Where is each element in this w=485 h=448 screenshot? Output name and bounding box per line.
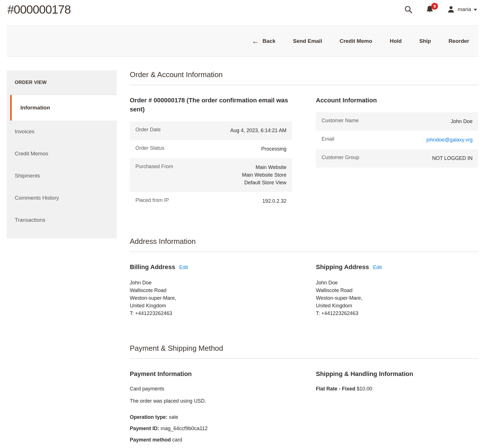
payment-method-name: Card payments (130, 386, 292, 392)
address-line: Walliscote Road (316, 287, 478, 294)
billing-address-edit-link[interactable]: Edit (179, 265, 188, 270)
payment-detail-value: mag_64ccf9b0ca112 (161, 426, 208, 431)
address-line: Weston-super-Mare, (130, 294, 292, 302)
customer-group-label: Customer Group (316, 149, 387, 168)
address-section: Address Information Billing AddressEdit … (130, 237, 478, 317)
payment-detail-value: sale (169, 414, 178, 420)
purchased-from-label: Purchased From (130, 158, 201, 192)
notification-badge: 9 (431, 3, 438, 10)
payment-operation-type: Operation type: sale (130, 414, 292, 420)
shipping-handling-title: Shipping & Handling Information (316, 369, 478, 379)
ship-button[interactable]: Ship (419, 38, 431, 44)
address-line: T: +441223262463 (130, 310, 292, 317)
back-button[interactable]: ← Back (252, 37, 275, 45)
reorder-button[interactable]: Reorder (448, 38, 469, 44)
shipping-handling-box: Shipping & Handling Information Flat Rat… (316, 369, 478, 448)
address-line: T: +441223262463 (316, 310, 478, 317)
payment-shipping-section-title: Payment & Shipping Method (130, 344, 478, 359)
billing-address-title: Billing AddressEdit (130, 263, 292, 272)
purchased-from-line: Main Website Store (207, 171, 286, 179)
chevron-down-icon (474, 9, 477, 11)
table-row: Purchased From Main Website Main Website… (130, 158, 292, 192)
order-information-box: Order # 000000178 (The order confirmatio… (130, 96, 292, 210)
shipping-address-heading: Shipping Address (316, 263, 369, 271)
order-information-table: Order Date Aug 4, 2023, 6:14:21 AM Order… (130, 121, 292, 210)
table-row: Order Date Aug 4, 2023, 6:14:21 AM (130, 121, 292, 140)
customer-name-value: John Doe (387, 112, 478, 131)
account-information-title: Account Information (316, 96, 478, 105)
payment-detail-value: card (172, 437, 182, 443)
search-button[interactable] (404, 5, 412, 14)
page-title: #000000178 (7, 3, 71, 16)
main-column: Order & Account Information Order # 0000… (130, 70, 478, 448)
order-account-section-title: Order & Account Information (130, 70, 478, 85)
page-header: #000000178 9 (0, 0, 485, 16)
header-actions: 9 maria (404, 5, 477, 14)
shipping-method-name: Flat Rate - Fixed (316, 386, 355, 392)
email-value-cell: johndoe@galaxy.vrg (387, 131, 478, 149)
payment-information-title: Payment Information (130, 369, 292, 379)
placed-from-ip-label: Placed from IP (130, 192, 201, 210)
order-status-value: Processing (201, 140, 292, 158)
sidebar-item-comments-history[interactable]: Comments History (7, 187, 117, 209)
address-line: United Kingdom (130, 302, 292, 310)
address-line: John Doe (130, 279, 292, 287)
address-line: United Kingdom (316, 302, 478, 310)
account-information-box: Account Information Customer Name John D… (316, 96, 478, 210)
address-line: Walliscote Road (130, 287, 292, 294)
sidebar-title: ORDER VIEW (7, 70, 117, 95)
address-line: Weston-super-Mare, (316, 294, 478, 302)
sidebar-item-credit-memos[interactable]: Credit Memos (7, 143, 117, 165)
payment-information-box: Payment Information Card payments The or… (130, 369, 292, 448)
shipping-address-edit-link[interactable]: Edit (373, 265, 382, 270)
placed-from-ip-value: 192.0.2.32 (201, 192, 292, 210)
notifications-button[interactable]: 9 (426, 5, 434, 14)
table-row: Order Status Processing (130, 140, 292, 158)
payment-detail-label: Payment ID: (130, 426, 159, 431)
payment-method: Payment method card (130, 437, 292, 443)
payment-detail-label: Operation type: (130, 414, 167, 420)
user-menu[interactable]: maria (447, 5, 477, 13)
email-label: Email (316, 131, 387, 149)
order-status-label: Order Status (130, 140, 201, 158)
purchased-from-value: Main Website Main Website Store Default … (201, 158, 292, 192)
order-toolbar: ← Back Send Email Credit Memo Hold Ship … (7, 26, 478, 57)
customer-name-label: Customer Name (316, 112, 387, 131)
credit-memo-button[interactable]: Credit Memo (340, 38, 372, 44)
send-email-button[interactable]: Send Email (293, 38, 322, 44)
shipping-method-line: Flat Rate - Fixed $10.00 (316, 386, 478, 392)
search-icon (404, 5, 412, 14)
billing-address-heading: Billing Address (130, 263, 175, 271)
order-date-value: Aug 4, 2023, 6:14:21 AM (201, 121, 292, 140)
sidebar-item-shipments[interactable]: Shipments (7, 165, 117, 187)
order-view-sidebar: ORDER VIEW Information Invoices Credit M… (7, 70, 117, 238)
sidebar-item-information[interactable]: Information (10, 95, 117, 121)
page-content: ORDER VIEW Information Invoices Credit M… (7, 70, 478, 448)
table-row: Placed from IP 192.0.2.32 (130, 192, 292, 210)
billing-address-text: John Doe Walliscote Road Weston-super-Ma… (130, 279, 292, 317)
shipping-address-title: Shipping AddressEdit (316, 263, 478, 272)
table-row: Customer Name John Doe (316, 112, 478, 131)
address-section-title: Address Information (130, 237, 478, 252)
customer-email-link[interactable]: johndoe@galaxy.vrg (426, 137, 473, 143)
purchased-from-line: Main Website (207, 164, 286, 171)
payment-id: Payment ID: mag_64ccf9b0ca112 (130, 426, 292, 432)
customer-group-value: NOT LOGGED IN (387, 149, 478, 168)
payment-currency-note: The order was placed using USD. (130, 398, 292, 404)
billing-address-box: Billing AddressEdit John Doe Walliscote … (130, 263, 292, 317)
sidebar-item-invoices[interactable]: Invoices (7, 121, 117, 143)
payment-shipping-section: Payment & Shipping Method Payment Inform… (130, 344, 478, 448)
hold-button[interactable]: Hold (390, 38, 402, 44)
back-arrow-icon: ← (252, 37, 259, 45)
table-row: Email johndoe@galaxy.vrg (316, 131, 478, 149)
back-label: Back (263, 38, 275, 44)
shipping-address-text: John Doe Walliscote Road Weston-super-Ma… (316, 279, 478, 317)
shipping-method-price: $10.00 (357, 386, 372, 392)
shipping-address-box: Shipping AddressEdit John Doe Walliscote… (316, 263, 478, 317)
address-line: John Doe (316, 279, 478, 287)
sidebar-item-transactions[interactable]: Transactions (7, 209, 117, 231)
payment-details: Operation type: sale Payment ID: mag_64c… (130, 414, 292, 448)
payment-detail-label: Payment method (130, 437, 171, 443)
user-name: maria (458, 6, 471, 12)
table-row: Customer Group NOT LOGGED IN (316, 149, 478, 168)
